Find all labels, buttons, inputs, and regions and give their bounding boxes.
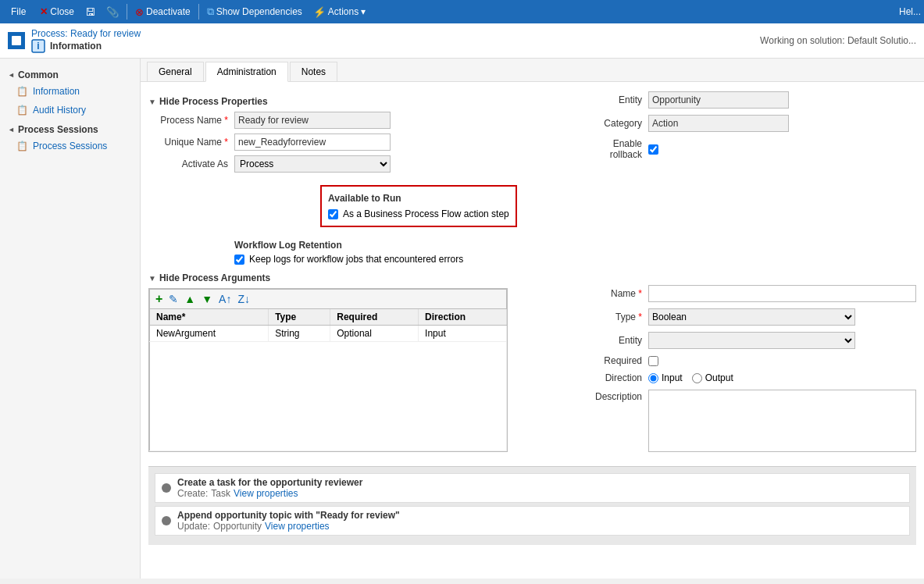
table-row[interactable]: NewArgument String Optional Input bbox=[150, 326, 507, 342]
arg-direction-row: Direction Input Output bbox=[578, 372, 916, 383]
enable-rollback-row: Enable rollback bbox=[578, 138, 916, 160]
direction-output-label: Output bbox=[705, 372, 733, 383]
step-2-label: Append opportunity topic with "Ready for… bbox=[177, 510, 400, 521]
arg-type-select[interactable]: Boolean String Integer Float Decimal Dat… bbox=[648, 308, 855, 326]
deactivate-button[interactable]: ⊗ Deactivate bbox=[130, 2, 195, 22]
enable-rollback-checkbox[interactable] bbox=[648, 144, 658, 155]
information-icon: 📋 bbox=[16, 85, 28, 98]
direction-output-radio[interactable] bbox=[692, 373, 702, 383]
process-arguments-header[interactable]: ▼ Hide Process Arguments bbox=[148, 272, 562, 283]
col-direction: Direction bbox=[419, 309, 507, 326]
arg-entity-label: Entity bbox=[578, 335, 648, 346]
args-table-body: NewArgument String Optional Input bbox=[150, 326, 507, 451]
header-info: Process: Ready for review i Information bbox=[31, 28, 141, 53]
workflow-title: Workflow Log Retention bbox=[234, 240, 562, 251]
step-2-content: Append opportunity topic with "Ready for… bbox=[177, 510, 400, 532]
arg-entity-select[interactable] bbox=[648, 332, 855, 349]
step-2-action: Update: bbox=[177, 521, 210, 532]
separator2 bbox=[198, 4, 199, 20]
content-body: ▼ Hide Process Properties Process Name *… bbox=[141, 82, 924, 553]
edit-argument-button[interactable]: ✎ bbox=[166, 292, 180, 306]
unique-name-input[interactable] bbox=[234, 134, 391, 151]
close-button[interactable]: ✕ Close bbox=[35, 2, 79, 22]
col-right: Entity Category Enable rollback bbox=[578, 90, 916, 458]
step-1-action: Create: bbox=[177, 488, 208, 499]
sidebar-item-audit-history[interactable]: 📋 Audit History bbox=[0, 101, 140, 119]
save-button[interactable]: 🖫 bbox=[80, 2, 100, 22]
sort-za-button[interactable]: Z↓ bbox=[235, 292, 252, 306]
file-button[interactable]: File bbox=[3, 2, 34, 22]
step-2-entity: Opportunity bbox=[213, 521, 262, 532]
arg-description-input[interactable] bbox=[648, 390, 916, 452]
step-2-link[interactable]: View properties bbox=[265, 521, 330, 532]
step-1-link[interactable]: View properties bbox=[234, 488, 298, 499]
process-name-row: Process Name * bbox=[148, 112, 562, 129]
tab-notes[interactable]: Notes bbox=[290, 62, 337, 81]
enable-rollback-label: Enable rollback bbox=[578, 138, 648, 160]
step-1-label: Create a task for the opportunity review… bbox=[177, 477, 362, 488]
process-properties-header[interactable]: ▼ Hide Process Properties bbox=[148, 96, 562, 107]
tab-administration[interactable]: Administration bbox=[205, 62, 288, 82]
arg-required: Optional bbox=[330, 326, 419, 342]
args-toolbar: + ✎ ▲ ▼ A↑ Z↓ bbox=[149, 289, 507, 309]
direction-input-option[interactable]: Input bbox=[648, 372, 683, 383]
category-input[interactable] bbox=[648, 115, 789, 132]
bpf-label: As a Business Process Flow action step bbox=[343, 208, 509, 219]
main-layout: Common 📋 Information 📋 Audit History Pro… bbox=[0, 59, 924, 579]
add-argument-button[interactable]: + bbox=[153, 291, 165, 307]
col-type: Type bbox=[269, 309, 330, 326]
unique-name-label: Unique Name * bbox=[148, 137, 234, 148]
arg-name-row: Name * bbox=[578, 285, 916, 302]
svg-rect-0 bbox=[12, 36, 21, 45]
category-label: Category bbox=[578, 118, 648, 129]
activate-as-row: Activate As Process bbox=[148, 155, 562, 173]
sidebar: Common 📋 Information 📋 Audit History Pro… bbox=[0, 59, 141, 579]
header-left: Process: Ready for review i Information bbox=[8, 28, 141, 53]
entity-input[interactable] bbox=[648, 91, 789, 109]
step-2-detail: Update: Opportunity View properties bbox=[177, 521, 400, 532]
tab-general[interactable]: General bbox=[147, 62, 204, 81]
sort-az-button[interactable]: A↑ bbox=[216, 292, 234, 306]
bpf-checkbox-row: As a Business Process Flow action step bbox=[328, 208, 509, 219]
arg-name-input[interactable] bbox=[648, 285, 916, 302]
move-down-button[interactable]: ▼ bbox=[199, 292, 215, 306]
category-row: Category bbox=[578, 115, 916, 132]
arg-description-label: Description bbox=[578, 390, 648, 402]
arg-name: NewArgument bbox=[150, 326, 269, 342]
activate-as-select[interactable]: Process bbox=[234, 155, 391, 173]
page-title: i Information bbox=[31, 39, 141, 53]
process-name-input[interactable] bbox=[234, 112, 391, 129]
arg-required-row: Required bbox=[578, 355, 916, 366]
direction-output-option[interactable]: Output bbox=[692, 372, 733, 383]
activate-as-label: Activate As bbox=[148, 158, 234, 169]
step-1-bullet bbox=[162, 483, 171, 493]
available-to-run-title: Available to Run bbox=[328, 193, 509, 204]
workflow-log-checkbox[interactable] bbox=[234, 255, 244, 265]
show-dependencies-button[interactable]: ⧉ Show Dependencies bbox=[202, 2, 307, 22]
move-up-button[interactable]: ▲ bbox=[182, 292, 198, 306]
sidebar-item-process-sessions[interactable]: 📋 Process Sessions bbox=[0, 137, 140, 155]
entity-label: Entity bbox=[578, 94, 648, 105]
attach-icon: 📎 bbox=[106, 6, 119, 18]
direction-input-radio[interactable] bbox=[648, 373, 658, 383]
arg-direction: Input bbox=[419, 326, 507, 342]
collapse-icon: ▼ bbox=[148, 98, 156, 106]
sidebar-item-information[interactable]: 📋 Information bbox=[0, 82, 140, 101]
step-1-entity: Task bbox=[211, 488, 230, 499]
process-name-label: Process Name * bbox=[148, 115, 234, 126]
close-icon: ✕ bbox=[40, 6, 48, 17]
step-2-bullet bbox=[162, 516, 171, 525]
separator bbox=[127, 4, 127, 20]
arg-direction-label: Direction bbox=[578, 372, 648, 383]
arg-name-label: Name * bbox=[578, 288, 648, 299]
common-section: Common bbox=[0, 65, 140, 82]
actions-button[interactable]: ⚡ Actions ▾ bbox=[309, 2, 371, 22]
tabs: General Administration Notes bbox=[141, 59, 924, 82]
args-header-row: Name* Type Required Direction bbox=[150, 309, 507, 326]
attach-button[interactable]: 📎 bbox=[102, 2, 123, 22]
argument-form: Name * Type * Boolean String Integ bbox=[578, 285, 916, 452]
sessions-icon: 📋 bbox=[16, 140, 28, 152]
arg-required-checkbox[interactable] bbox=[648, 356, 658, 366]
bpf-checkbox[interactable] bbox=[328, 209, 338, 219]
col-required: Required bbox=[330, 309, 419, 326]
